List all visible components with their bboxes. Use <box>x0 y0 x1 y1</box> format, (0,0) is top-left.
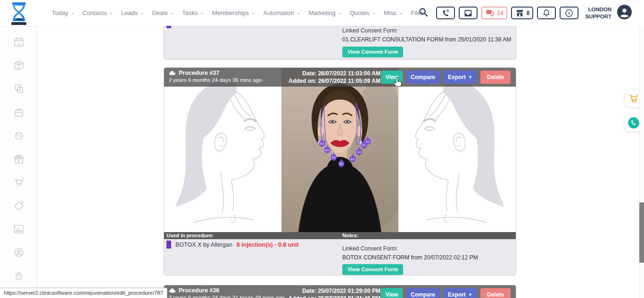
product-name: BOTOX X by Allergan <box>175 242 232 248</box>
chat-icon <box>485 8 495 18</box>
account-name: LONDON SUPPORT <box>585 6 611 20</box>
nav-item-today[interactable]: Today⌄ <box>52 9 74 16</box>
procedure-36-dates: Date: 25/07/2022 01:29:00 PM Added on: 2… <box>289 287 380 298</box>
cart-icon[interactable] <box>13 177 25 188</box>
procedure-title: Procedure #36 <box>179 287 219 294</box>
account-icon[interactable] <box>13 247 25 258</box>
bell-icon <box>542 8 551 18</box>
section-headers: Used in procedure: Notes: <box>164 232 516 239</box>
linked-consent-label: Linked Consent Form: <box>342 245 478 252</box>
procedure-card-36: Procedure #36 2 years 6 months 24 days 2… <box>164 285 516 298</box>
profile-diagram-left[interactable] <box>164 68 281 232</box>
view-consent-form-button[interactable]: View Consent Form <box>342 264 403 275</box>
gift-icon[interactable] <box>13 153 25 165</box>
notes-header: Notes: <box>340 232 516 239</box>
chevron-down-icon: ⌄ <box>109 10 113 15</box>
compare-button[interactable]: Compare <box>406 288 440 298</box>
copy-icon[interactable] <box>13 83 25 94</box>
calendar-12-icon[interactable]: 12 <box>13 36 25 48</box>
svg-text:12: 12 <box>17 42 21 46</box>
inbox-icon <box>463 8 473 18</box>
product-color-swatch <box>166 26 171 28</box>
procedure-37-dates: Date: 26/07/2022 11:03:00 AM Added on: 2… <box>289 70 380 85</box>
svg-text:0.1: 0.1 <box>358 151 361 153</box>
chevron-down-icon: ▼ <box>468 292 472 297</box>
nav-item-misc[interactable]: Misc⌄ <box>384 9 403 16</box>
scrollbar-thumb[interactable] <box>639 202 644 263</box>
help-button[interactable]: ? <box>560 7 578 19</box>
inbox-button[interactable] <box>459 7 478 19</box>
chat-count-badge: 14 <box>497 10 503 16</box>
main-nav: Today⌄Contacts⌄Leads⌄Deals⌄Tasks⌄Members… <box>52 0 432 26</box>
linked-consent-label: Linked Consent Form: <box>342 27 511 34</box>
nav-item-memberships[interactable]: Memberships⌄ <box>212 9 255 16</box>
procedure-age: 2 years 6 months 24 days 21 hours 49 min… <box>169 295 284 298</box>
pos-count-badge: 8 <box>527 10 530 16</box>
procedure-date: Date: 26/07/2022 11:03:00 AM <box>289 70 380 77</box>
procedure-age: 2 years 6 months 24 days 36 mins ago <box>169 77 262 83</box>
svg-text:?: ? <box>568 11 571 16</box>
compare-button[interactable]: Compare <box>406 71 440 84</box>
procedure-36-actions: View Compare Export▼ Delete <box>381 288 511 298</box>
help-icon: ? <box>564 8 574 18</box>
export-button[interactable]: Export▼ <box>443 288 477 298</box>
procedure-37-header: Procedure #37 2 years 6 months 24 days 3… <box>164 68 516 87</box>
chevron-down-icon: ⌄ <box>170 10 174 15</box>
header-icons: 14 8 ? <box>418 0 632 26</box>
chevron-down-icon: ⌄ <box>200 10 204 15</box>
sidebar: 12 <box>0 26 38 298</box>
nav-item-tasks[interactable]: Tasks⌄ <box>182 9 204 16</box>
package-icon[interactable] <box>13 60 25 71</box>
chevron-down-icon: ⌄ <box>297 10 300 15</box>
nav-item-leads[interactable]: Leads⌄ <box>121 9 144 16</box>
notes-consent-block: Linked Consent Form: BOTOX CONSENT FORM … <box>342 245 478 275</box>
procedure-36-header: Procedure #36 2 years 6 months 24 days 2… <box>164 285 516 298</box>
nav-item-deals[interactable]: Deals⌄ <box>152 9 174 16</box>
procedure-photo[interactable]: 0.10.10.10.10.10.10.10.1 <box>281 68 398 232</box>
procedure-37-actions: View Compare Export▼ Delete <box>381 71 511 84</box>
history-icon[interactable] <box>13 130 25 141</box>
export-button[interactable]: Export▼ <box>443 71 477 84</box>
nav-item-quotes[interactable]: Quotes⌄ <box>350 9 376 16</box>
clinicsoftware-logo[interactable] <box>8 2 29 25</box>
chat-button[interactable]: 14 <box>481 7 507 19</box>
svg-text:0.1: 0.1 <box>332 156 336 159</box>
previous-consent-block: Linked Consent Form: 01.CLEARLIFT CONSUL… <box>342 27 511 57</box>
view-button[interactable]: View <box>381 71 403 84</box>
avatar[interactable] <box>617 5 632 21</box>
procedure-card-previous: Linked Consent Form: 01.CLEARLIFT CONSUL… <box>164 26 516 60</box>
profile-diagram-right[interactable] <box>398 68 516 232</box>
procedure-added: Added on: 26/07/2022 11:05:09 AM <box>289 77 380 85</box>
status-url-tooltip: https://server2.clinicsoftware.com/rejuv… <box>0 288 167 298</box>
delete-button[interactable]: Delete <box>480 71 511 84</box>
svg-text:0.1: 0.1 <box>366 140 370 143</box>
view-consent-form-button[interactable]: View Consent Form <box>342 47 403 57</box>
product-color-swatch <box>166 241 171 249</box>
nav-item-marketing[interactable]: Marketing⌄ <box>308 9 341 16</box>
svg-text:0.1: 0.1 <box>351 158 355 160</box>
nav-item-automation[interactable]: Automation⌄ <box>263 9 300 16</box>
search-icon[interactable] <box>418 7 429 19</box>
cart-icon <box>628 93 639 104</box>
chevron-down-icon: ⌄ <box>399 10 403 15</box>
chevron-down-icon: ⌄ <box>251 10 255 15</box>
svg-text:0.1: 0.1 <box>363 144 366 146</box>
nav-item-contacts[interactable]: Contacts⌄ <box>83 9 113 16</box>
lock-icon[interactable] <box>13 270 25 282</box>
notifications-button[interactable] <box>537 7 556 19</box>
delete-button[interactable]: Delete <box>480 288 511 298</box>
procedure-title: Procedure #37 <box>179 70 219 76</box>
procedure-37-body: BOTOX X by Allergan 8 injection(s) - 0.8… <box>164 239 516 275</box>
procedure-date: Date: 25/07/2022 01:29:00 PM <box>289 287 380 295</box>
svg-text:0.1: 0.1 <box>321 143 324 145</box>
bag-icon[interactable] <box>13 106 25 118</box>
view-button[interactable]: View <box>381 288 403 298</box>
report-icon[interactable] <box>13 224 25 235</box>
linked-consent-value: 01.CLEARLIFT CONSULTATION FORM from 25/0… <box>342 36 511 43</box>
chevron-down-icon: ⌄ <box>338 10 342 15</box>
pos-button[interactable]: 8 <box>511 7 534 19</box>
tags-icon[interactable] <box>13 200 25 211</box>
phone-button[interactable] <box>436 7 455 19</box>
chevron-down-icon: ▼ <box>468 75 472 80</box>
procedure-36-info: Procedure #36 2 years 6 months 24 days 2… <box>169 287 284 298</box>
